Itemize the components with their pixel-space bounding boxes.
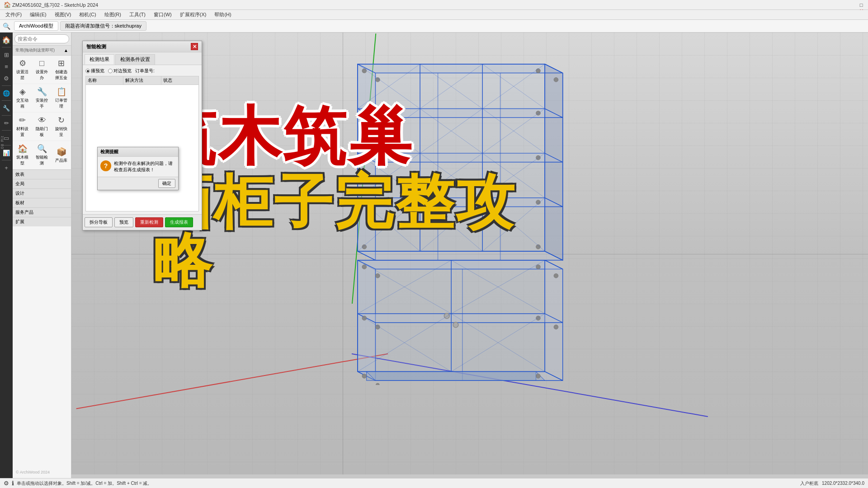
- section-sheji[interactable]: 设计: [13, 188, 71, 198]
- zhinengjiance-label: 智能检测: [34, 155, 50, 166]
- panel-item-zhunmuxing[interactable]: 🏠 筑木模型: [13, 141, 32, 169]
- menu-view[interactable]: 视图(V): [51, 10, 75, 19]
- app-icon: 🏠: [4, 1, 11, 8]
- panel-item-chanpinku[interactable]: 📦 产品库: [52, 141, 71, 169]
- panel-item-shezhiwaiban[interactable]: □ 设置外办: [32, 56, 52, 84]
- btn-yulan[interactable]: 预览: [114, 217, 133, 227]
- panel-section-label: 常用(拖动到这里即可): [15, 47, 55, 53]
- svg-point-13: [362, 69, 367, 73]
- panel-item-xuanzhuankuai[interactable]: ↻ 旋转快呈: [52, 113, 71, 141]
- cailiaoshezhi-icon: ✏: [19, 115, 26, 125]
- panel-item-shezhihuoceng[interactable]: ⚙ 设置活层: [13, 56, 32, 84]
- panel-item-jiaohudonghua[interactable]: ◈ 交互动画: [13, 84, 32, 113]
- zhunmuxing-icon: 🏠: [18, 144, 28, 154]
- maximize-button[interactable]: □: [858, 2, 864, 8]
- tab-archiwood[interactable]: ArchiWood模型: [14, 21, 58, 31]
- panel-row-4: 🏠 筑木模型 🔍 智能检测 📦 产品库: [13, 141, 71, 169]
- nav-layers[interactable]: ≡: [1, 61, 12, 72]
- svg-point-42: [536, 374, 541, 378]
- warning-icon: ?: [100, 160, 111, 171]
- anzhuangkongzhi-label: 安装控手: [34, 98, 50, 109]
- search-input[interactable]: [14, 34, 69, 43]
- svg-point-34: [453, 322, 458, 328]
- nav-expand[interactable]: +: [1, 162, 12, 173]
- panel-item-zhinengjiance[interactable]: 🔍 智能检测: [32, 141, 52, 169]
- dialog-tixing: 检测提醒 ? 检测中存在未解决的问题，请检查后再生成报表！ 确定: [97, 147, 179, 190]
- dialog-tabs: 检测结果 检测条件设置: [83, 52, 202, 65]
- section-kuozhan[interactable]: 扩展: [13, 217, 71, 226]
- menu-extensions[interactable]: 扩展程序(X): [176, 10, 210, 19]
- subdialog-footer: 确定: [98, 177, 178, 190]
- radio-duibianyulan[interactable]: 对边预览: [108, 68, 132, 74]
- side-label: 08 Rit: [0, 136, 9, 149]
- app-title: ZM24051602_练习02 - SketchUp 2024: [12, 2, 98, 8]
- svg-point-15: [536, 69, 541, 73]
- panel-item-dingdanguanli[interactable]: 📋 订单管理: [52, 84, 71, 113]
- btn-chaifendaoban[interactable]: 拆分导板: [85, 217, 113, 227]
- svg-rect-8: [358, 64, 545, 251]
- btn-shengchenbaobiao[interactable]: 生成报表: [165, 217, 193, 227]
- tab-notice[interactable]: 闹题咨询请加微信号：sketchupray: [60, 21, 146, 31]
- radio-bofangyulan[interactable]: 播预览: [85, 68, 104, 74]
- dialog-body: 播预览 对边预览 订单显号: 名称 解决方法 状态: [83, 65, 202, 214]
- panel-item-cailiaoshezhi[interactable]: ✏ 材料设置: [13, 113, 32, 141]
- nav-divider4: [2, 115, 11, 116]
- tab-jiance-results[interactable]: 检测结果: [85, 54, 114, 65]
- titlebar: 🏠 ZM24051602_练习02 - SketchUp 2024 ─ □ ✕: [0, 0, 868, 10]
- nav-home[interactable]: 🏠: [1, 34, 12, 45]
- statusbar-right: 入户柜底 1202.0*2332.0*340.0: [800, 480, 864, 487]
- nav-settings[interactable]: ⚙: [1, 73, 12, 84]
- radio-dingdanxianhao: 订单显号:: [135, 68, 155, 74]
- col-name: 名称: [86, 76, 123, 84]
- nav-design[interactable]: ✏: [1, 117, 12, 128]
- menu-edit[interactable]: 编辑(E): [26, 10, 50, 19]
- panel-row-2: ◈ 交互动画 🔧 安装控手 📋 订单管理: [13, 84, 71, 113]
- section-quanju[interactable]: 全局: [13, 179, 71, 188]
- svg-point-46: [554, 325, 558, 329]
- info-icon: ℹ: [12, 480, 14, 487]
- menu-file[interactable]: 文件(F): [2, 10, 25, 19]
- shezhihuoceng-icon: ⚙: [19, 58, 26, 68]
- chanpinku-label: 产品库: [55, 158, 67, 164]
- nav-divider: [2, 47, 11, 47]
- dialog-close-button[interactable]: ✕: [191, 43, 198, 50]
- xuanzhuankuai-label: 旋转快呈: [53, 126, 69, 138]
- nav-global[interactable]: 🌐: [1, 88, 12, 99]
- menu-help[interactable]: 帮助(H): [211, 10, 235, 19]
- menu-window[interactable]: 窗口(W): [150, 10, 175, 19]
- settings-icon[interactable]: ⚙: [4, 480, 9, 487]
- panel-item-yinzhu[interactable]: 👁 隐助门板: [32, 113, 52, 141]
- nav-components[interactable]: ⊞: [1, 49, 12, 60]
- panel-item-anzhuangkongzhi[interactable]: 🔧 安装控手: [32, 84, 52, 113]
- cabinet-model-svg: [325, 60, 587, 385]
- panel-row-1: ⚙ 设置活层 □ 设置外办 ⊞ 创建选择五金: [13, 56, 71, 84]
- nav-divider2: [2, 85, 11, 86]
- menu-tools[interactable]: 工具(T): [126, 10, 149, 19]
- svg-point-44: [554, 273, 558, 278]
- subdialog-title: 检测提醒: [98, 147, 178, 157]
- menu-draw[interactable]: 绘图(R): [101, 10, 125, 19]
- subdialog-ok-button[interactable]: 确定: [158, 179, 175, 188]
- panel-item-chuangjianxuanze[interactable]: ⊞ 创建选择五金: [52, 56, 71, 84]
- svg-point-43: [375, 273, 380, 278]
- titlebar-left: 🏠 ZM24051602_练习02 - SketchUp 2024: [4, 1, 98, 9]
- nav-tools[interactable]: 🔧: [1, 103, 12, 113]
- panel-row-3: ✏ 材料设置 👁 隐助门板 ↻ 旋转快呈: [13, 113, 71, 141]
- statusbar-left: ⚙ ℹ 单击或拖动以选择对象。Shift = 加/减。Ctrl = 加。Shif…: [4, 480, 152, 487]
- nav-divider3: [2, 100, 11, 101]
- dimension-label: 入户柜底: [800, 480, 818, 487]
- btn-chongxinjiance[interactable]: 重新检测: [135, 217, 163, 227]
- section-fuwuchanpin[interactable]: 服务产品: [13, 207, 71, 217]
- jiaohudonghua-icon: ◈: [19, 87, 26, 97]
- shezhihuoceng-label: 设置活层: [14, 69, 30, 81]
- section-bancai[interactable]: 板材: [13, 198, 71, 207]
- nav-service[interactable]: 📊: [1, 147, 12, 158]
- subdialog-content: 检测中存在未解决的问题，请检查后再生成报表！: [114, 160, 175, 173]
- tab-jiance-settings[interactable]: 检测条件设置: [115, 54, 155, 65]
- panel-collapse-icon[interactable]: ▲: [64, 48, 68, 53]
- dingdanguanli-label: 订单管理: [53, 98, 69, 109]
- menu-camera[interactable]: 相机(C): [75, 10, 99, 19]
- svg-point-47: [376, 383, 379, 385]
- subdialog-body: ? 检测中存在未解决的问题，请检查后再生成报表！: [98, 157, 178, 177]
- xuanzhuankuai-icon: ↻: [58, 115, 65, 125]
